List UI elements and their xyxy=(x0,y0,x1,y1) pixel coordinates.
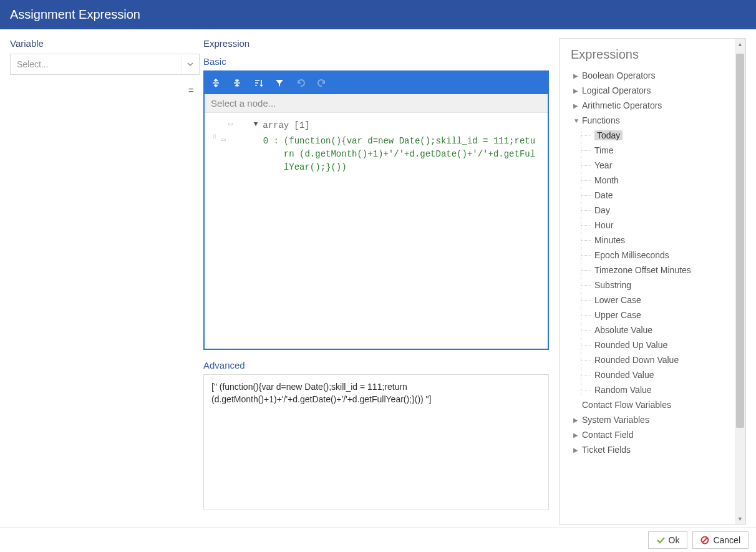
redo-icon xyxy=(316,77,328,89)
tree-item-label: Random Value xyxy=(594,385,652,395)
collapse-icon[interactable] xyxy=(231,77,243,89)
cancel-button[interactable]: Cancel xyxy=(692,531,749,549)
tree-item[interactable]: Date xyxy=(560,188,743,203)
tree-item-label: Timezone Offset Minutes xyxy=(594,265,691,275)
tree-item-label: Date xyxy=(594,190,613,200)
tree-item[interactable]: Random Value xyxy=(560,382,743,397)
caret-right-icon: ▶ xyxy=(573,72,582,79)
variable-select[interactable]: Select... xyxy=(10,54,200,75)
tree-group[interactable]: ▶Contact Field xyxy=(560,427,743,442)
tree-group[interactable]: Contact Flow Variables xyxy=(560,397,743,412)
editor-toolbar xyxy=(205,72,548,94)
variable-select-placeholder: Select... xyxy=(17,59,49,69)
basic-label: Basic xyxy=(203,56,549,67)
tree-item[interactable]: Today xyxy=(560,128,743,143)
row-gutter-icon: ▭ xyxy=(228,119,233,130)
caret-right-icon: ▶ xyxy=(573,432,582,438)
tree-item-label: Rounded Up Value xyxy=(594,340,667,350)
tree-item[interactable]: Rounded Up Value xyxy=(560,337,743,352)
tree-item[interactable]: Time xyxy=(560,143,743,158)
check-icon xyxy=(656,536,665,545)
advanced-label: Advanced xyxy=(203,360,549,370)
tree-item[interactable]: Absolute Value xyxy=(560,322,743,337)
tree-group-label: Contact Field xyxy=(582,430,633,440)
scroll-up-icon[interactable]: ▲ xyxy=(735,39,745,49)
tree-group-label: Boolean Operators xyxy=(582,70,656,80)
tree-item-label: Day xyxy=(594,205,610,215)
cancel-label: Cancel xyxy=(713,535,740,545)
tree-item[interactable]: Rounded Value xyxy=(560,367,743,382)
variable-label: Variable xyxy=(10,38,200,49)
caret-down-icon: ▼ xyxy=(573,117,582,124)
caret-right-icon: ▶ xyxy=(573,447,582,453)
tree-group[interactable]: ▶Arithmetic Operators xyxy=(560,98,743,113)
filter-icon[interactable] xyxy=(273,77,286,89)
advanced-textarea[interactable]: [" (function(){var d=new Date();skill_id… xyxy=(203,374,549,510)
json-tree[interactable]: ▭ ▼ array [1] ⠿ ▭ 0 : (function(){var d=… xyxy=(205,113,548,349)
caret-right-icon: ▶ xyxy=(573,87,582,94)
tree-item[interactable]: Lower Case xyxy=(560,293,743,307)
tree-item[interactable]: Rounded Down Value xyxy=(560,352,743,367)
tree-item-label: Absolute Value xyxy=(594,325,652,335)
tree-item-label: Epoch Milliseconds xyxy=(594,250,669,260)
tree-group[interactable]: ▶System Variables xyxy=(560,412,743,427)
caret-right-icon: ▶ xyxy=(573,417,582,424)
expressions-tree[interactable]: ▶Boolean Operators▶Logical Operators▶Ari… xyxy=(560,68,745,521)
tree-group-label: Ticket Fields xyxy=(582,445,631,455)
dialog-footer: Ok Cancel xyxy=(0,527,756,552)
tree-group[interactable]: ▶Boolean Operators xyxy=(560,68,743,83)
array-keyword: array xyxy=(263,119,289,132)
array-index: 0 : xyxy=(263,135,279,148)
chevron-down-icon xyxy=(181,54,194,74)
tree-item[interactable]: Day xyxy=(560,203,743,218)
undo-icon xyxy=(294,77,307,89)
tree-group[interactable]: ▼Functions xyxy=(560,113,743,128)
drag-handle-icon[interactable]: ⠿ xyxy=(212,135,216,141)
ok-button[interactable]: Ok xyxy=(648,531,688,549)
expand-icon[interactable] xyxy=(210,77,222,89)
tree-item[interactable]: Minutes xyxy=(560,233,743,248)
tree-item-label: Time xyxy=(594,145,614,155)
scroll-down-icon[interactable]: ▼ xyxy=(735,513,745,524)
tree-group-label: Contact Flow Variables xyxy=(582,400,671,410)
tree-item[interactable]: Epoch Milliseconds xyxy=(560,248,743,263)
tree-group[interactable]: ▶Ticket Fields xyxy=(560,442,743,457)
scrollbar-thumb[interactable] xyxy=(736,54,744,428)
sort-icon[interactable] xyxy=(252,77,264,89)
tree-item-label: Upper Case xyxy=(594,310,641,320)
array-value[interactable]: (function(){var d=new Date();skill_id = … xyxy=(284,135,540,174)
expression-label: Expression xyxy=(203,38,549,49)
tree-item[interactable]: Year xyxy=(560,158,743,173)
dialog-title: Assignment Expression xyxy=(0,0,756,29)
tree-group-label: Arithmetic Operators xyxy=(582,100,662,110)
tree-group-label: System Variables xyxy=(582,415,649,425)
scrollbar[interactable]: ▲ ▼ xyxy=(735,39,745,524)
basic-editor: Select a node... ▭ ▼ array [1] ⠿ ▭ 0 : (… xyxy=(203,70,549,350)
tree-item[interactable]: Timezone Offset Minutes xyxy=(560,263,743,278)
array-count: [1] xyxy=(294,119,309,132)
tree-group-label: Functions xyxy=(582,115,620,125)
tree-item-label: Rounded Value xyxy=(594,370,654,380)
expressions-panel: Expressions ▶Boolean Operators▶Logical O… xyxy=(559,38,746,525)
ok-label: Ok xyxy=(669,535,680,545)
caret-right-icon: ▶ xyxy=(573,102,582,109)
tree-item[interactable]: Month xyxy=(560,173,743,188)
tree-item[interactable]: Upper Case xyxy=(560,307,743,322)
tree-item-label: Today xyxy=(594,130,623,140)
tree-group[interactable]: ▶Logical Operators xyxy=(560,83,743,98)
tree-item-label: Hour xyxy=(594,220,613,230)
row-gutter-icon: ▭ xyxy=(221,135,226,145)
tree-item-label: Minutes xyxy=(594,235,625,245)
collapse-caret-icon[interactable]: ▼ xyxy=(254,119,258,130)
tree-item-label: Month xyxy=(594,175,619,185)
node-select-row[interactable]: Select a node... xyxy=(205,94,548,113)
tree-item-label: Substring xyxy=(594,280,631,290)
tree-item-label: Year xyxy=(594,160,612,170)
cancel-icon xyxy=(700,536,709,545)
tree-item[interactable]: Hour xyxy=(560,218,743,233)
tree-item-label: Rounded Down Value xyxy=(594,355,679,365)
tree-item[interactable]: Substring xyxy=(560,278,743,293)
expressions-title: Expressions xyxy=(560,39,745,68)
equals-sign: = xyxy=(188,85,194,95)
tree-group-label: Logical Operators xyxy=(582,85,651,95)
